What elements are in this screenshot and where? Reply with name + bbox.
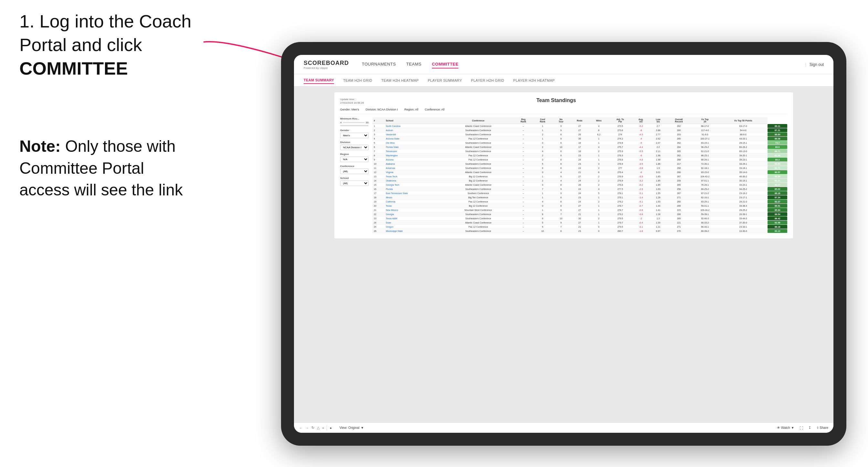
cell-school[interactable]: Washington <box>384 153 442 158</box>
cell-school[interactable]: Georgia Tech <box>384 183 442 187</box>
table-row: 16 Florida Southeastern Conference – 7 9… <box>372 187 787 191</box>
cell-school[interactable]: Arizona <box>384 158 442 162</box>
cell-rnds: 24 <box>570 158 589 162</box>
slider-bar[interactable] <box>340 125 369 126</box>
cell-school[interactable]: Arizona State <box>384 136 442 141</box>
sub-nav-player-summary[interactable]: PLAYER SUMMARY <box>428 77 462 84</box>
cell-no-tour: 7 <box>552 212 570 216</box>
cell-schange: -2 <box>632 216 650 221</box>
cell-vs-top50: 89.11 <box>768 124 787 128</box>
toolbar-watch[interactable]: 👁 Watch ▼ <box>777 426 794 430</box>
cell-school[interactable]: Ole Miss <box>384 141 442 145</box>
toolbar-back[interactable]: ← <box>299 426 303 430</box>
toolbar-time[interactable]: ● <box>330 426 332 430</box>
cell-school[interactable]: Alabama <box>384 162 442 166</box>
cell-school[interactable]: Virginia <box>384 170 442 175</box>
cell-school[interactable]: Vanderbilt <box>384 132 442 136</box>
cell-school[interactable]: Tennessee <box>384 149 442 153</box>
nav-teams[interactable]: TEAMS <box>406 60 422 68</box>
cell-school[interactable]: Duke <box>384 221 442 225</box>
cell-vs-top25: 63-17-0 <box>719 124 768 128</box>
table-row: 23 Texas A&M Southeastern Conference – 9… <box>372 216 787 221</box>
cell-school[interactable]: California <box>384 199 442 204</box>
table-row: 9 Arizona Pac-12 Conference – 3 8 24 1 2… <box>372 158 787 162</box>
table-row: 15 Georgia Tech Atlantic Coast Conferenc… <box>372 183 787 187</box>
cell-school[interactable]: Georgia <box>384 212 442 216</box>
sub-nav-team-h2h-heatmap[interactable]: TEAM H2H HEATMAP <box>381 77 418 84</box>
cell-schange: -5.5 <box>632 149 650 153</box>
cell-conf-rank: 5 <box>533 225 552 229</box>
nav-committee[interactable]: COMMITTEE <box>432 60 459 68</box>
cell-school[interactable]: Oregon <box>384 225 442 229</box>
toolbar-refresh[interactable]: ↻ <box>311 426 314 430</box>
cell-reg-rank: – <box>514 145 533 149</box>
cell-school[interactable]: East Tennessee State <box>384 191 442 195</box>
cell-school[interactable]: Auburn <box>384 128 442 132</box>
cell-school[interactable]: Florida State <box>384 145 442 149</box>
toolbar-forward[interactable]: → <box>305 426 309 430</box>
cell-school[interactable]: Florida <box>384 187 442 191</box>
toolbar-share2[interactable]: △ <box>317 426 319 430</box>
cell-school[interactable]: Texas <box>384 204 442 208</box>
col-overall: OverallRecord <box>666 117 691 124</box>
cell-overall: 72-30-1 <box>691 162 719 166</box>
cell-conference: Southeastern Conference <box>443 187 514 191</box>
cell-reg-rank: – <box>514 195 533 199</box>
conference-select[interactable]: (All) <box>340 168 369 174</box>
cell-conf-rank: 3 <box>533 170 552 175</box>
cell-wins: 1 <box>589 208 608 212</box>
toolbar-expand[interactable]: ⛶ <box>800 426 803 430</box>
cell-conf-rank: 7 <box>533 187 552 191</box>
sign-out-button[interactable]: Sign out <box>809 62 824 67</box>
cell-no-tour: 9 <box>552 175 570 179</box>
cell-school[interactable]: Oklahoma <box>384 179 442 183</box>
cell-vs-top25: 23-17-1 <box>719 195 768 199</box>
sub-nav-player-h2h-grid[interactable]: PLAYER H2H GRID <box>471 77 504 84</box>
cell-reg-rank: – <box>514 187 533 191</box>
cell-school[interactable]: North Carolina <box>384 124 442 128</box>
cell-vs-top25: 20-39-1 <box>719 212 768 216</box>
gender-select[interactable]: Men's <box>340 133 369 138</box>
region-select[interactable]: N/A <box>340 157 369 162</box>
cell-adj: 275.7 <box>608 145 632 149</box>
cell-vs-top50: 87.34 <box>768 195 787 199</box>
cell-conference: Southeastern Conference <box>443 212 514 216</box>
cell-school[interactable]: Texas A&M <box>384 216 442 221</box>
sub-nav-team-h2h-grid[interactable]: TEAM H2H GRID <box>343 77 372 84</box>
slider-track[interactable] <box>343 122 364 123</box>
cell-conference: Pac-12 Conference <box>443 199 514 204</box>
nav-tournaments[interactable]: TOURNAMENTS <box>362 60 396 68</box>
toolbar-share-btn[interactable]: ⇧ Share <box>816 426 828 430</box>
cell-no-tour: 8 <box>552 183 570 187</box>
sub-nav-team-summary[interactable]: TEAM SUMMARY <box>304 77 334 84</box>
cell-school[interactable]: Mississippi State <box>384 229 442 233</box>
region-section: Region N/A <box>340 153 369 162</box>
cell-avg-sg: 2.2 <box>650 145 666 149</box>
cell-school[interactable]: Arkansas <box>384 166 442 170</box>
cell-school[interactable]: New Mexico <box>384 208 442 212</box>
cell-school[interactable]: Illinois <box>384 195 442 199</box>
table-row: 17 East Tennessee State Southern Confere… <box>372 191 787 195</box>
toolbar-bookmark[interactable]: + <box>322 426 324 430</box>
toolbar-download[interactable]: ↧ <box>808 426 811 430</box>
cell-wins: 4 <box>589 187 608 191</box>
cell-overall: 66-40-1 <box>691 225 719 229</box>
table-row: 25 Oregon Pac-12 Conference – 5 7 21 0 2… <box>372 225 787 229</box>
cell-vs-top25: 54-4-0 <box>719 128 768 132</box>
division-select[interactable]: NCAA Division I <box>340 145 369 150</box>
cell-rnds: 26 <box>570 183 589 187</box>
cell-rnds: 17 <box>570 145 589 149</box>
cell-no-tour: 8 <box>552 153 570 158</box>
division-section: Division NCAA Division I <box>340 141 369 150</box>
table-row: 5 Ole Miss Southeastern Conference – 3 6… <box>372 141 787 145</box>
cell-reg-rank: – <box>514 225 533 229</box>
cell-school[interactable]: Texas Tech <box>384 175 442 179</box>
cell-rnds: 23 <box>570 153 589 158</box>
cell-overall: 63-15-1 <box>691 141 719 145</box>
toolbar-view-label[interactable]: View: Original ▼ <box>340 426 364 430</box>
sub-nav-player-h2h-heatmap[interactable]: PLAYER H2H HEATMAP <box>513 77 555 84</box>
cell-schange: -5.1 <box>632 191 650 195</box>
cell-rank: 17 <box>372 191 384 195</box>
table-row: 18 Illinois Big Ten Conference – 1 8 23 … <box>372 195 787 199</box>
school-select[interactable]: (All) <box>340 181 369 186</box>
